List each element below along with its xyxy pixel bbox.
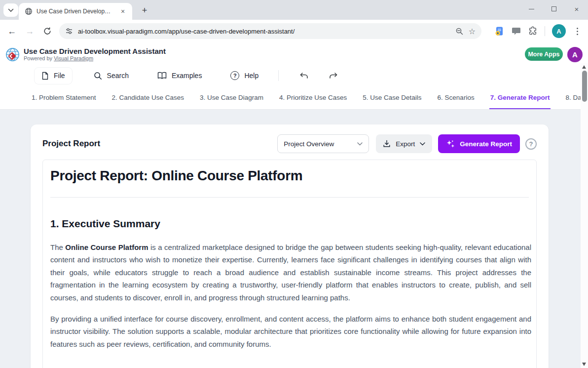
chevron-down-icon <box>357 142 363 146</box>
tab-search-button[interactable] <box>3 3 18 17</box>
main-content: Project Report Project Overview Export G… <box>0 110 581 368</box>
toolbar-divider <box>545 26 545 36</box>
book-icon <box>157 72 167 80</box>
generate-report-button[interactable]: Generate Report <box>438 134 520 153</box>
undo-button[interactable] <box>292 70 315 82</box>
download-icon <box>383 140 391 148</box>
minimize-button[interactable] <box>520 0 543 18</box>
scrollbar-up-arrow-icon[interactable] <box>582 65 586 69</box>
address-bar[interactable]: ai-toolbox.visual-paradigm.com/app/use-c… <box>59 23 481 39</box>
menu-examples[interactable]: Examples <box>150 68 209 83</box>
more-apps-button[interactable]: More Apps <box>525 47 563 61</box>
reload-button[interactable] <box>40 24 54 38</box>
visual-paradigm-link[interactable]: Visual Paradigm <box>54 55 93 61</box>
report-paragraph-1: The Online Course Platform is a centrali… <box>50 241 531 304</box>
zoom-out-icon[interactable] <box>455 27 464 36</box>
browser-menu-kebab-icon[interactable] <box>573 26 582 37</box>
browser-tab-strip: Use Case Driven Development A × + × <box>0 0 588 20</box>
tab-title: Use Case Driven Development A <box>37 8 114 15</box>
scrollbar-down-arrow-icon[interactable] <box>582 363 586 366</box>
new-tab-button[interactable]: + <box>138 4 151 17</box>
tab-problem-statement[interactable]: 1. Problem Statement <box>31 86 97 109</box>
bookmark-star-icon[interactable]: ☆ <box>469 27 476 36</box>
minimize-icon <box>529 9 534 9</box>
export-button[interactable]: Export <box>376 134 432 153</box>
comment-bubble-icon[interactable] <box>512 27 521 36</box>
window-controls: × <box>520 0 588 18</box>
undo-icon <box>298 73 308 79</box>
maximize-button[interactable] <box>543 0 565 18</box>
chevron-down-icon <box>420 142 425 146</box>
workflow-step-tabs: 1. Problem Statement 2. Candidate Use Ca… <box>0 86 581 110</box>
search-icon <box>94 72 102 80</box>
browser-toolbar: ← → ai-toolbox.visual-paradigm.com/app/u… <box>0 20 588 42</box>
menubar-divider <box>278 70 279 81</box>
report-section-heading: 1. Executive Summary <box>50 218 529 230</box>
url-text[interactable]: ai-toolbox.visual-paradigm.com/app/use-c… <box>78 28 450 35</box>
tab-candidate-use-cases[interactable]: 2. Candidate Use Cases <box>111 86 185 109</box>
tab-prioritize-use-cases[interactable]: 4. Prioritize Use Cases <box>278 86 348 109</box>
site-info-icon[interactable] <box>65 27 73 35</box>
window-close-button[interactable]: × <box>565 0 588 18</box>
report-toolbar: Project Report Project Overview Export G… <box>42 134 537 153</box>
report-type-select[interactable]: Project Overview <box>277 134 369 153</box>
menu-file[interactable]: File <box>35 68 72 84</box>
account-avatar[interactable]: A <box>567 47 583 62</box>
redo-icon <box>329 73 339 79</box>
tab-close-icon[interactable]: × <box>118 7 127 16</box>
back-button[interactable]: ← <box>5 24 19 38</box>
menu-help[interactable]: ? Help <box>223 67 265 84</box>
menu-search[interactable]: Search <box>87 68 136 84</box>
tab-use-case-details[interactable]: 5. Use Case Details <box>362 86 422 109</box>
report-card: Project Report Project Overview Export G… <box>31 124 549 368</box>
browser-actions: A <box>494 20 588 42</box>
tab-use-case-diagram[interactable]: 3. Use Case Diagram <box>199 86 264 109</box>
report-title: Project Report: Online Course Platform <box>50 168 529 184</box>
page-scrollbar[interactable] <box>581 63 588 368</box>
tab-scenarios[interactable]: 6. Scenarios <box>437 86 476 109</box>
maximize-icon <box>551 6 556 11</box>
reading-list-extension-icon[interactable] <box>494 26 505 37</box>
redo-button[interactable] <box>322 70 346 82</box>
scrollbar-thumb[interactable] <box>582 71 587 102</box>
browser-profile-avatar[interactable]: A <box>552 24 566 38</box>
forward-button[interactable]: → <box>23 24 37 38</box>
help-icon: ? <box>230 71 239 80</box>
file-icon <box>41 72 49 80</box>
app-title: Use Case Driven Development Assistant <box>24 47 166 55</box>
browser-tab[interactable]: Use Case Driven Development A × <box>19 3 132 20</box>
report-document: Project Report: Online Course Platform 1… <box>42 160 537 368</box>
report-bold-term: Online Course Platform <box>65 243 148 251</box>
sparkle-icon <box>446 139 455 149</box>
chevron-down-icon <box>8 8 14 12</box>
report-divider <box>50 197 529 198</box>
report-type-value: Project Overview <box>284 140 353 148</box>
globe-favicon-icon <box>25 7 33 15</box>
app-menubar: File Search Examples ? Help <box>0 65 581 86</box>
tab-generate-report[interactable]: 7. Generate Report <box>489 86 551 109</box>
help-circle-icon[interactable]: ? <box>525 138 537 150</box>
visual-paradigm-logo-icon <box>4 46 21 64</box>
reload-icon <box>43 27 52 36</box>
report-paragraph-2: By providing a unified interface for cou… <box>50 313 531 350</box>
extensions-puzzle-icon[interactable] <box>528 26 538 36</box>
section-title: Project Report <box>42 139 277 149</box>
powered-by: Powered by Visual Paradigm <box>24 55 93 61</box>
